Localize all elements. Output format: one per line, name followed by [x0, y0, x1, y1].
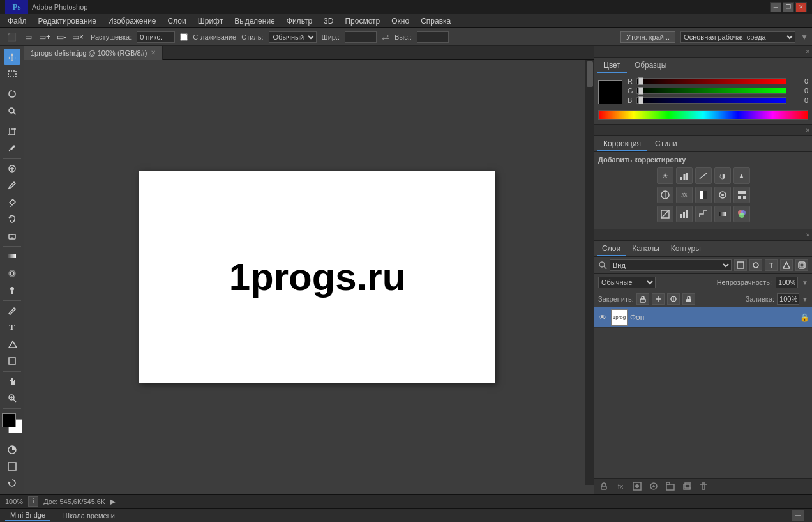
style-select[interactable]: Обычный [269, 31, 317, 43]
layer-filter-select[interactable]: Вид [610, 259, 732, 271]
invert-correction[interactable] [657, 206, 673, 222]
eyedropper-tool[interactable] [4, 140, 20, 156]
lock-position-btn[interactable] [652, 293, 665, 305]
path-select-tool[interactable] [4, 336, 20, 352]
workspace-select[interactable]: Основная рабочая среда [680, 31, 795, 43]
levels-correction[interactable] [676, 167, 693, 184]
color-spectrum[interactable] [598, 110, 808, 120]
clone-stamp-tool[interactable] [4, 194, 20, 210]
swatches-tab[interactable]: Образцы [628, 59, 673, 73]
layer-link-btn[interactable] [597, 480, 611, 492]
pen-tool[interactable] [4, 303, 20, 319]
foreground-color-swatch[interactable] [2, 413, 16, 427]
workspace-expand-icon[interactable]: ▼ [801, 33, 808, 42]
blue-slider-thumb[interactable] [638, 96, 643, 104]
fill-input[interactable] [777, 293, 799, 305]
brightness-correction[interactable]: ☀ [657, 167, 673, 184]
color-boxes[interactable] [2, 413, 22, 433]
new-layer-btn[interactable] [680, 480, 694, 492]
dodge-tool[interactable] [4, 282, 20, 298]
layer-fx-btn[interactable]: fx [613, 480, 628, 492]
subtract-selection-btn[interactable]: ▭- [54, 30, 69, 44]
green-slider[interactable] [636, 88, 786, 94]
gradientmap-correction[interactable] [714, 206, 731, 222]
intersect-selection-btn[interactable]: ▭× [70, 30, 86, 44]
curves-correction[interactable] [695, 167, 712, 184]
photofilter-correction[interactable] [714, 187, 731, 203]
delete-layer-btn[interactable] [696, 480, 710, 492]
layer-item[interactable]: 👁 1prog Фон 🔒 [594, 307, 812, 328]
menu-file[interactable]: Файл [3, 15, 32, 27]
layer-group-btn[interactable] [663, 480, 677, 492]
vertical-scrollbar-thumb[interactable] [587, 61, 593, 87]
history-brush-tool[interactable] [4, 211, 20, 227]
hsl-correction[interactable] [657, 187, 673, 203]
shape-tool[interactable] [4, 353, 20, 369]
menu-window[interactable]: Окно [386, 15, 414, 27]
channels-tab[interactable]: Каналы [627, 242, 665, 256]
close-button[interactable]: ✕ [795, 2, 807, 12]
layers-panel-expand-icon[interactable]: » [806, 231, 809, 238]
layer-filter-type-btn[interactable]: T [765, 259, 778, 271]
layers-tab[interactable]: Слои [597, 242, 626, 256]
opacity-input[interactable] [776, 277, 798, 288]
layer-filter-smart-btn[interactable] [795, 259, 808, 271]
add-selection-btn[interactable]: ▭+ [37, 30, 52, 44]
blue-slider[interactable] [636, 97, 786, 104]
vertical-scrollbar[interactable] [585, 60, 594, 485]
quick-mask-btn[interactable] [4, 441, 20, 457]
correction-tab[interactable]: Коррекция [597, 137, 647, 151]
color-panel-expand-icon[interactable]: » [806, 48, 809, 55]
lasso-tool[interactable] [4, 86, 20, 102]
menu-image[interactable]: Изображение [103, 15, 162, 27]
zoom-tool[interactable] [4, 390, 20, 406]
menu-filter[interactable]: Фильтр [282, 15, 317, 27]
restore-button[interactable]: ❐ [783, 2, 794, 12]
text-tool[interactable]: T [4, 319, 20, 335]
blur-tool[interactable] [4, 265, 20, 281]
styles-tab[interactable]: Стили [649, 137, 684, 151]
layer-visibility-toggle[interactable]: 👁 [597, 312, 608, 323]
quick-select-tool[interactable] [4, 103, 20, 119]
status-arrow[interactable]: ▶ [110, 497, 116, 506]
lock-pixels-btn[interactable] [636, 293, 649, 305]
move-tool[interactable] [4, 49, 20, 65]
menu-view[interactable]: Просмотр [340, 15, 385, 27]
menu-select[interactable]: Выделение [229, 15, 280, 27]
blackwhite-correction[interactable] [695, 187, 712, 203]
exposure-correction[interactable]: ◑ [714, 167, 731, 184]
window-controls[interactable]: ─ ❐ ✕ [770, 2, 807, 12]
active-color-swatch[interactable] [598, 80, 622, 104]
width-input[interactable] [345, 31, 377, 43]
new-selection-btn[interactable]: ▭ [20, 30, 36, 44]
layer-filter-shape-btn[interactable] [780, 259, 793, 271]
smooth-checkbox[interactable] [180, 33, 188, 41]
gradient-tool[interactable] [4, 249, 20, 265]
screen-mode-btn[interactable] [4, 458, 20, 474]
lock-all-btn[interactable] [682, 293, 695, 305]
marquee-tool[interactable] [4, 65, 20, 81]
fill-dropdown-icon[interactable]: ▼ [802, 296, 808, 303]
canvas-tab-close[interactable]: ✕ [151, 49, 156, 56]
canvas-viewport[interactable]: 1progs.ru [24, 60, 594, 494]
minimize-button[interactable]: ─ [770, 2, 781, 12]
menu-font[interactable]: Шрифт [193, 15, 228, 27]
correction-panel-expand-icon[interactable]: » [806, 127, 809, 134]
selectivecolor-correction[interactable] [733, 206, 750, 222]
timeline-tab[interactable]: Шкала времени [58, 510, 120, 521]
menu-edit[interactable]: Редактирование [33, 15, 102, 27]
channelmixer-correction[interactable] [733, 187, 750, 203]
green-slider-thumb[interactable] [638, 87, 643, 95]
layer-filter-adjust-btn[interactable] [749, 259, 762, 271]
red-slider-thumb[interactable] [638, 77, 643, 85]
crop-tool[interactable] [4, 123, 20, 139]
vibrance-correction[interactable]: ▲ [733, 167, 750, 184]
threshold-correction[interactable] [695, 206, 712, 222]
lock-artboard-btn[interactable] [667, 293, 680, 305]
brush-tool[interactable] [4, 178, 20, 194]
paths-tab[interactable]: Контуры [666, 242, 706, 256]
opacity-dropdown-icon[interactable]: ▼ [802, 279, 808, 286]
colorbalance-correction[interactable]: ⚖ [676, 187, 693, 203]
posterize-correction[interactable] [676, 206, 693, 222]
mini-bridge-collapse-btn[interactable] [792, 510, 804, 521]
